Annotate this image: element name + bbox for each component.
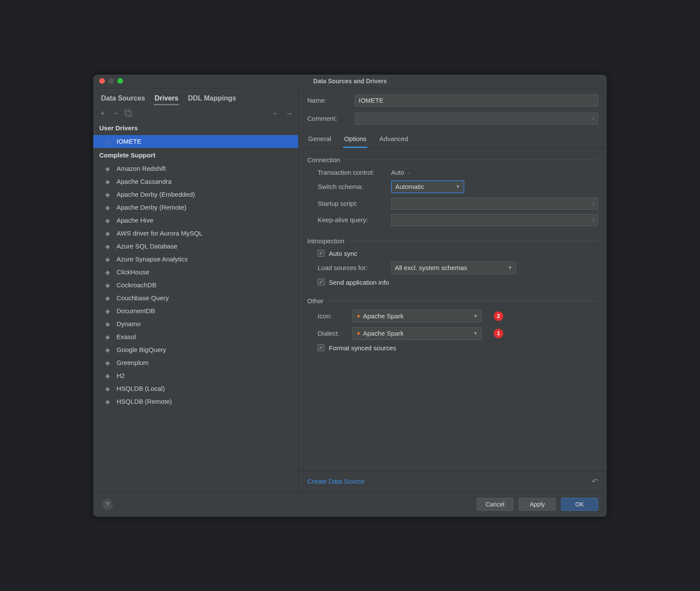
db-icon: ◆ xyxy=(104,204,111,211)
tab-advanced[interactable]: Advanced xyxy=(378,131,409,148)
db-icon: ◆ xyxy=(104,191,111,198)
db-icon: ◆ xyxy=(104,178,111,185)
remove-button[interactable]: − xyxy=(112,110,119,117)
db-icon: ◆ xyxy=(104,346,111,354)
tab-general[interactable]: General xyxy=(307,131,332,148)
icon-label: Icon: xyxy=(318,312,352,320)
tab-ddl-mappings[interactable]: DDL Mappings xyxy=(187,93,237,105)
driver-item[interactable]: ◆Amazon Redshift xyxy=(93,162,298,175)
driver-item-label: Azure SQL Database xyxy=(117,242,177,250)
driver-item-label: Greenplum xyxy=(117,359,148,366)
driver-item[interactable]: ◆CockroachDB xyxy=(93,279,298,292)
tab-drivers[interactable]: Drivers xyxy=(154,93,179,105)
driver-item[interactable]: ◆Greenplum xyxy=(93,356,298,369)
driver-item-label: Apache Derby (Embedded) xyxy=(117,191,195,198)
driver-item[interactable]: ◆H2 xyxy=(93,369,298,382)
ok-button[interactable]: OK xyxy=(561,498,598,511)
icon-select[interactable]: ✦Apache Spark ▼ xyxy=(352,310,482,323)
add-button[interactable]: + xyxy=(99,110,106,117)
chevron-down-icon: ▼ xyxy=(456,184,460,189)
help-button[interactable]: ? xyxy=(102,499,113,510)
driver-item[interactable]: ◆ClickHouse xyxy=(93,266,298,279)
db-icon: ◆ xyxy=(104,242,111,250)
startup-input[interactable]: ⤢ xyxy=(391,198,598,210)
autosync-checkbox[interactable]: ✓ Auto sync xyxy=(318,250,598,257)
back-icon[interactable]: ← xyxy=(272,110,279,117)
close-icon[interactable] xyxy=(99,78,105,84)
other-title: Other xyxy=(307,297,324,305)
driver-item[interactable]: ◆Google BigQuery xyxy=(93,343,298,356)
driver-item[interactable]: ◆AWS driver for Aurora MySQL xyxy=(93,227,298,240)
tx-dropdown[interactable]: Auto ⌄ xyxy=(391,169,410,176)
expand-icon[interactable]: ⤢ xyxy=(591,201,595,206)
driver-item[interactable]: ◆Exasol xyxy=(93,330,298,343)
dialect-select[interactable]: ✦Apache Spark ▼ xyxy=(352,327,482,340)
startup-label: Startup script: xyxy=(318,200,391,207)
checkbox-icon: ✓ xyxy=(318,344,325,351)
driver-item[interactable]: ◆Apache Cassandra xyxy=(93,175,298,188)
driver-item[interactable]: ◆HSQLDB (Remote) xyxy=(93,395,298,408)
tab-options[interactable]: Options xyxy=(343,131,367,148)
load-select[interactable]: All excl. system schemas ▼ xyxy=(391,261,516,274)
forward-icon[interactable]: → xyxy=(285,110,292,117)
driver-item-label: H2 xyxy=(117,372,125,379)
copy-button[interactable]: ⿻ xyxy=(125,110,132,117)
schema-select[interactable]: Automatic ▼ xyxy=(391,180,464,193)
load-label: Load sources for: xyxy=(318,264,391,271)
db-icon: ◆ xyxy=(104,229,111,237)
driver-item-label: Exasol xyxy=(117,333,136,340)
keepalive-input[interactable]: ⤢ xyxy=(391,214,598,226)
chevron-down-icon: ▼ xyxy=(473,331,478,336)
minimize-icon[interactable] xyxy=(108,78,114,84)
connection-title: Connection xyxy=(307,156,340,163)
driver-item-iomete[interactable]: ◌ IOMETE xyxy=(93,135,298,148)
expand-icon[interactable]: ⤢ xyxy=(591,116,595,121)
driver-item[interactable]: ◆Azure Synapse Analytics xyxy=(93,253,298,266)
driver-item[interactable]: ◆Couchbase Query xyxy=(93,292,298,305)
driver-item[interactable]: ◆HSQLDB (Local) xyxy=(93,382,298,395)
name-input[interactable] xyxy=(355,94,598,107)
checkbox-icon: ✓ xyxy=(318,250,325,257)
driver-item-label: AWS driver for Aurora MySQL xyxy=(117,229,203,237)
driver-item[interactable]: ◆Apache Derby (Embedded) xyxy=(93,188,298,201)
expand-icon[interactable]: ⤢ xyxy=(591,217,595,223)
dialect-label: Dialect: xyxy=(318,330,352,337)
driver-item[interactable]: ◆Azure SQL Database xyxy=(93,240,298,253)
apply-button[interactable]: Apply xyxy=(519,498,556,511)
checkbox-icon: ✓ xyxy=(318,279,325,286)
button-bar: ? Cancel Apply OK xyxy=(93,491,607,517)
db-icon: ◆ xyxy=(104,333,111,341)
annotation-badge-2: 2 xyxy=(494,311,503,321)
driver-item-label: Azure Synapse Analytics xyxy=(117,255,188,263)
sendinfo-checkbox[interactable]: ✓ Send application info xyxy=(318,279,598,286)
driver-item-label: DocumentDB xyxy=(117,307,155,314)
fullscreen-icon[interactable] xyxy=(117,78,123,84)
tab-data-sources[interactable]: Data Sources xyxy=(100,93,146,105)
main-tabs: General Options Advanced xyxy=(299,131,607,148)
section-introspection: Introspection ✓ Auto sync Load sources f… xyxy=(307,237,598,286)
keepalive-label: Keep-alive query: xyxy=(318,216,391,223)
format-checkbox[interactable]: ✓ Format synced sources xyxy=(318,344,598,352)
driver-item-label: Couchbase Query xyxy=(117,294,169,302)
spark-icon: ✦ xyxy=(356,313,361,320)
driver-item[interactable]: ◆DocumentDB xyxy=(93,305,298,318)
comment-input[interactable]: ⤢ xyxy=(355,113,598,125)
driver-item[interactable]: ◆Dynamo xyxy=(93,318,298,330)
schema-label: Switch schema: xyxy=(318,183,391,190)
spark-icon: ✦ xyxy=(356,330,361,337)
traffic-lights xyxy=(99,78,123,84)
driver-item[interactable]: ◆Apache Hive xyxy=(93,214,298,227)
user-drivers-header: User Drivers xyxy=(93,121,298,135)
driver-item-label: Amazon Redshift xyxy=(117,165,166,172)
cancel-button[interactable]: Cancel xyxy=(476,498,514,511)
chevron-down-icon: ⌄ xyxy=(407,170,410,175)
revert-icon[interactable]: ↶ xyxy=(592,477,598,486)
driver-item-label: ClickHouse xyxy=(117,268,149,276)
driver-item[interactable]: ◆Apache Derby (Remote) xyxy=(93,201,298,214)
annotation-badge-1: 1 xyxy=(494,329,503,338)
footer-link-bar: Create Data Source ↶ xyxy=(299,471,607,491)
sidebar-toolbar: + − ⿻ ← → xyxy=(93,108,298,121)
driver-item-label: Google BigQuery xyxy=(117,346,166,353)
section-other: Other Icon: ✦Apache Spark ▼ 2 Dialect: ✦… xyxy=(307,297,598,352)
create-data-source-link[interactable]: Create Data Source xyxy=(307,478,365,485)
